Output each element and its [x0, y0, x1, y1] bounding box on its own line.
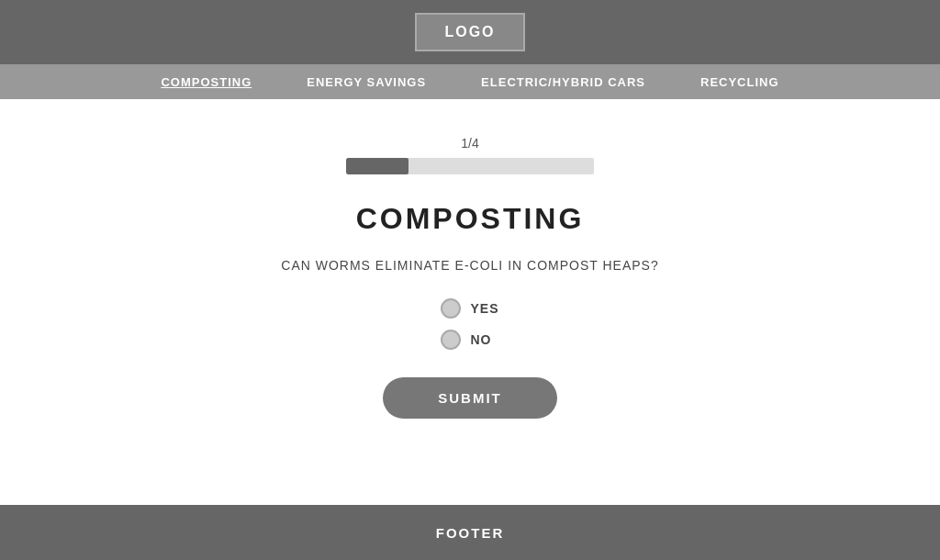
footer: FOOTER: [0, 505, 940, 560]
progress-bar: [346, 158, 594, 174]
option-yes[interactable]: YES: [441, 298, 498, 319]
footer-label: FOOTER: [436, 525, 505, 541]
nav-item-electric-hybrid[interactable]: ELECTRIC/HYBRID CARS: [481, 75, 645, 89]
main-content: 1/4 COMPOSTING CAN WORMS ELIMINATE E-COL…: [0, 99, 940, 505]
radio-yes[interactable]: [441, 298, 461, 319]
logo[interactable]: LOGO: [415, 13, 524, 51]
submit-button[interactable]: SUBMIT: [383, 377, 557, 419]
option-no-label: NO: [470, 332, 491, 347]
nav-item-recycling[interactable]: RECYCLING: [700, 75, 779, 89]
nav: COMPOSTING ENERGY SAVINGS ELECTRIC/HYBRI…: [0, 64, 940, 99]
option-yes-label: YES: [470, 301, 498, 316]
header: LOGO: [0, 0, 940, 64]
section-title: COMPOSTING: [356, 202, 585, 236]
option-no[interactable]: NO: [441, 330, 491, 350]
radio-no[interactable]: [441, 330, 461, 350]
progress-bar-fill: [346, 158, 408, 174]
progress-label: 1/4: [461, 136, 478, 151]
question-text: CAN WORMS ELIMINATE E-COLI IN COMPOST HE…: [281, 258, 658, 273]
nav-item-composting[interactable]: COMPOSTING: [161, 75, 252, 89]
nav-item-energy-savings[interactable]: ENERGY SAVINGS: [307, 75, 426, 89]
options-group: YES NO: [441, 298, 498, 350]
